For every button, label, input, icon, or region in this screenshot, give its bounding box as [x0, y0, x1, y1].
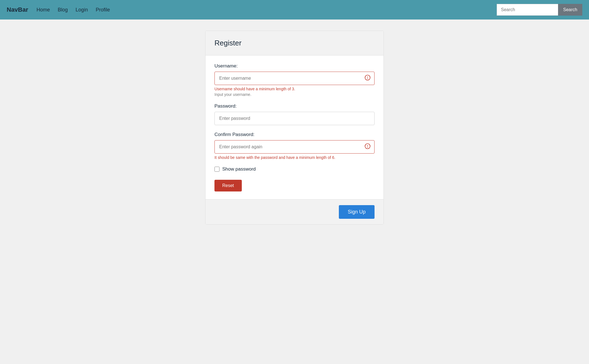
reset-button[interactable]: Reset — [214, 180, 242, 191]
navbar-search-container: Search — [497, 4, 582, 16]
show-password-row: Show password — [214, 166, 375, 172]
register-footer: Sign Up — [206, 199, 383, 224]
search-button[interactable]: Search — [558, 4, 582, 16]
register-card: Register Username: Username sho — [205, 31, 384, 225]
confirm-password-group: Confirm Password: It should be same with… — [214, 132, 375, 160]
username-label: Username: — [214, 63, 375, 69]
confirm-password-error-message: It should be same with the password and … — [214, 155, 375, 160]
username-input[interactable] — [214, 72, 375, 85]
nav-profile[interactable]: Profile — [96, 7, 110, 13]
register-title: Register — [214, 39, 375, 47]
confirm-password-error-icon — [364, 143, 371, 151]
confirm-password-input-wrapper — [214, 140, 375, 154]
main-content: Register Username: Username sho — [0, 20, 589, 236]
register-header: Register — [206, 31, 383, 55]
confirm-password-input[interactable] — [214, 140, 375, 154]
search-input[interactable] — [497, 4, 558, 16]
username-group: Username: Username should have a minimum… — [214, 63, 375, 97]
password-label: Password: — [214, 103, 375, 109]
show-password-label: Show password — [222, 166, 256, 172]
register-body: Username: Username should have a minimum… — [206, 55, 383, 199]
username-input-wrapper — [214, 72, 375, 85]
password-input[interactable] — [214, 112, 375, 125]
confirm-password-label: Confirm Password: — [214, 132, 375, 137]
nav-login[interactable]: Login — [76, 7, 88, 13]
password-group: Password: — [214, 103, 375, 125]
navbar-brand: NavBar — [7, 6, 28, 13]
navbar-links: Home Blog Login Profile — [37, 7, 497, 13]
username-error-message: Username should have a minimum length of… — [214, 87, 375, 91]
show-password-checkbox[interactable] — [214, 167, 219, 172]
username-error-icon — [364, 75, 371, 82]
username-help-text: Input your username. — [214, 92, 375, 97]
nav-blog[interactable]: Blog — [58, 7, 68, 13]
navbar: NavBar Home Blog Login Profile Search — [0, 0, 589, 20]
svg-point-2 — [368, 79, 368, 79]
svg-point-5 — [368, 147, 368, 147]
password-input-wrapper — [214, 112, 375, 125]
signup-button[interactable]: Sign Up — [339, 205, 375, 219]
nav-home[interactable]: Home — [37, 7, 50, 13]
